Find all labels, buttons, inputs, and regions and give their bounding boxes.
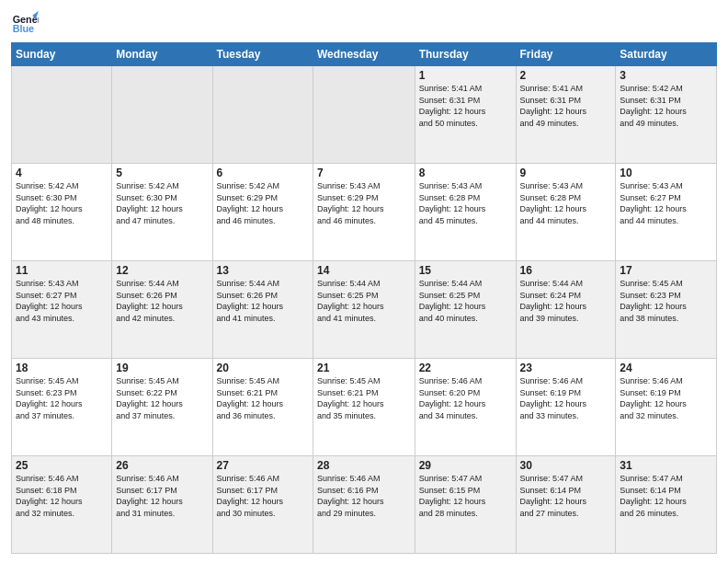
calendar-cell: 28Sunrise: 5:46 AM Sunset: 6:16 PM Dayli… [313,456,415,554]
day-number: 29 [419,459,512,472]
calendar-cell: 12Sunrise: 5:44 AM Sunset: 6:26 PM Dayli… [112,261,212,359]
day-info: Sunrise: 5:42 AM Sunset: 6:29 PM Dayligh… [217,180,309,226]
calendar-row: 4Sunrise: 5:42 AM Sunset: 6:30 PM Daylig… [12,164,717,261]
day-number: 17 [620,264,712,277]
day-number: 5 [116,167,208,179]
day-info: Sunrise: 5:43 AM Sunset: 6:27 PM Dayligh… [620,180,712,226]
calendar-cell: 19Sunrise: 5:45 AM Sunset: 6:22 PM Dayli… [112,359,212,456]
day-info: Sunrise: 5:43 AM Sunset: 6:28 PM Dayligh… [419,180,512,226]
day-info: Sunrise: 5:42 AM Sunset: 6:31 PM Dayligh… [620,83,712,129]
day-number: 28 [317,459,411,472]
header-day: Monday [112,43,212,66]
day-number: 8 [419,167,512,179]
day-number: 21 [317,362,411,374]
calendar-cell [313,66,415,164]
logo-icon: General Blue [11,9,39,37]
day-info: Sunrise: 5:47 AM Sunset: 6:15 PM Dayligh… [419,473,512,519]
day-number: 11 [16,264,108,277]
day-info: Sunrise: 5:41 AM Sunset: 6:31 PM Dayligh… [520,83,612,129]
header-day: Wednesday [313,43,415,66]
calendar-cell: 23Sunrise: 5:46 AM Sunset: 6:19 PM Dayli… [516,359,616,456]
calendar-cell: 7Sunrise: 5:43 AM Sunset: 6:29 PM Daylig… [313,164,415,261]
header-day: Tuesday [212,43,313,66]
header-row: SundayMondayTuesdayWednesdayThursdayFrid… [12,43,717,66]
day-info: Sunrise: 5:43 AM Sunset: 6:27 PM Dayligh… [16,278,108,324]
calendar-row: 25Sunrise: 5:46 AM Sunset: 6:18 PM Dayli… [12,456,717,554]
day-info: Sunrise: 5:46 AM Sunset: 6:17 PM Dayligh… [217,473,309,519]
logo: General Blue [11,9,39,37]
day-info: Sunrise: 5:46 AM Sunset: 6:17 PM Dayligh… [116,473,208,519]
day-number: 18 [16,362,108,374]
day-info: Sunrise: 5:44 AM Sunset: 6:26 PM Dayligh… [217,278,309,324]
calendar-cell: 9Sunrise: 5:43 AM Sunset: 6:28 PM Daylig… [516,164,616,261]
calendar-row: 1Sunrise: 5:41 AM Sunset: 6:31 PM Daylig… [12,66,717,164]
calendar-cell: 22Sunrise: 5:46 AM Sunset: 6:20 PM Dayli… [415,359,516,456]
header-day: Thursday [415,43,516,66]
calendar-cell: 29Sunrise: 5:47 AM Sunset: 6:15 PM Dayli… [415,456,516,554]
day-info: Sunrise: 5:47 AM Sunset: 6:14 PM Dayligh… [520,473,612,519]
calendar-cell: 26Sunrise: 5:46 AM Sunset: 6:17 PM Dayli… [112,456,212,554]
day-number: 3 [620,69,712,82]
calendar-cell: 24Sunrise: 5:46 AM Sunset: 6:19 PM Dayli… [616,359,717,456]
day-number: 23 [520,362,612,374]
calendar-cell: 6Sunrise: 5:42 AM Sunset: 6:29 PM Daylig… [212,164,313,261]
calendar-cell: 4Sunrise: 5:42 AM Sunset: 6:30 PM Daylig… [12,164,112,261]
calendar-cell: 30Sunrise: 5:47 AM Sunset: 6:14 PM Dayli… [516,456,616,554]
day-number: 4 [16,167,108,179]
day-number: 30 [520,459,612,472]
calendar-cell: 21Sunrise: 5:45 AM Sunset: 6:21 PM Dayli… [313,359,415,456]
day-number: 1 [419,69,512,82]
day-info: Sunrise: 5:46 AM Sunset: 6:20 PM Dayligh… [419,375,512,421]
calendar-cell [212,66,313,164]
calendar-cell: 18Sunrise: 5:45 AM Sunset: 6:23 PM Dayli… [12,359,112,456]
calendar-cell: 8Sunrise: 5:43 AM Sunset: 6:28 PM Daylig… [415,164,516,261]
day-number: 26 [116,459,208,472]
header-day: Saturday [616,43,717,66]
day-number: 20 [217,362,309,374]
calendar-cell: 2Sunrise: 5:41 AM Sunset: 6:31 PM Daylig… [516,66,616,164]
day-number: 27 [217,459,309,472]
day-info: Sunrise: 5:44 AM Sunset: 6:26 PM Dayligh… [116,278,208,324]
calendar-cell: 20Sunrise: 5:45 AM Sunset: 6:21 PM Dayli… [212,359,313,456]
day-info: Sunrise: 5:42 AM Sunset: 6:30 PM Dayligh… [16,180,108,226]
day-number: 9 [520,167,612,179]
day-number: 7 [317,167,411,179]
day-info: Sunrise: 5:42 AM Sunset: 6:30 PM Dayligh… [116,180,208,226]
day-info: Sunrise: 5:46 AM Sunset: 6:16 PM Dayligh… [317,473,411,519]
calendar-cell [12,66,112,164]
day-number: 25 [16,459,108,472]
day-number: 24 [620,362,712,374]
day-info: Sunrise: 5:45 AM Sunset: 6:23 PM Dayligh… [620,278,712,324]
day-info: Sunrise: 5:45 AM Sunset: 6:23 PM Dayligh… [16,375,108,421]
day-info: Sunrise: 5:44 AM Sunset: 6:24 PM Dayligh… [520,278,612,324]
calendar-cell: 3Sunrise: 5:42 AM Sunset: 6:31 PM Daylig… [616,66,717,164]
calendar-cell: 10Sunrise: 5:43 AM Sunset: 6:27 PM Dayli… [616,164,717,261]
calendar-cell: 16Sunrise: 5:44 AM Sunset: 6:24 PM Dayli… [516,261,616,359]
day-info: Sunrise: 5:47 AM Sunset: 6:14 PM Dayligh… [620,473,712,519]
day-info: Sunrise: 5:45 AM Sunset: 6:21 PM Dayligh… [217,375,309,421]
calendar-cell: 14Sunrise: 5:44 AM Sunset: 6:25 PM Dayli… [313,261,415,359]
header-day: Sunday [12,43,112,66]
svg-text:Blue: Blue [13,23,34,34]
calendar-cell: 13Sunrise: 5:44 AM Sunset: 6:26 PM Dayli… [212,261,313,359]
calendar-cell: 31Sunrise: 5:47 AM Sunset: 6:14 PM Dayli… [616,456,717,554]
header-day: Friday [516,43,616,66]
day-number: 14 [317,264,411,277]
day-info: Sunrise: 5:43 AM Sunset: 6:29 PM Dayligh… [317,180,411,226]
day-info: Sunrise: 5:46 AM Sunset: 6:18 PM Dayligh… [16,473,108,519]
day-number: 31 [620,459,712,472]
day-info: Sunrise: 5:46 AM Sunset: 6:19 PM Dayligh… [520,375,612,421]
calendar-cell: 5Sunrise: 5:42 AM Sunset: 6:30 PM Daylig… [112,164,212,261]
day-info: Sunrise: 5:44 AM Sunset: 6:25 PM Dayligh… [317,278,411,324]
calendar-row: 18Sunrise: 5:45 AM Sunset: 6:23 PM Dayli… [12,359,717,456]
day-number: 12 [116,264,208,277]
calendar-cell: 1Sunrise: 5:41 AM Sunset: 6:31 PM Daylig… [415,66,516,164]
calendar-page: General Blue SundayMondayTuesdayWednesda… [0,0,728,563]
day-number: 19 [116,362,208,374]
day-number: 15 [419,264,512,277]
day-number: 10 [620,167,712,179]
day-info: Sunrise: 5:41 AM Sunset: 6:31 PM Dayligh… [419,83,512,129]
calendar-cell: 27Sunrise: 5:46 AM Sunset: 6:17 PM Dayli… [212,456,313,554]
day-info: Sunrise: 5:45 AM Sunset: 6:22 PM Dayligh… [116,375,208,421]
day-number: 2 [520,69,612,82]
